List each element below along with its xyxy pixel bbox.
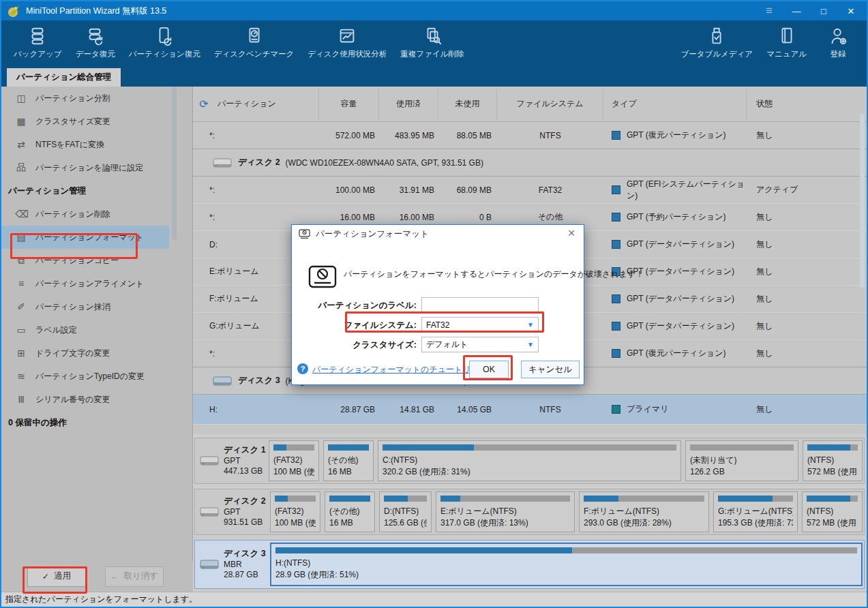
status-bar: 指定されたパーティションをフォーマットします。	[1, 592, 867, 607]
cancel-button[interactable]: キャンセル	[521, 361, 580, 378]
disk-benchmark-icon	[244, 25, 265, 48]
manual-icon	[777, 25, 797, 48]
table-row[interactable]: *: 100.00 MB 31.91 MB 68.09 MB FAT32 GPT…	[193, 177, 867, 204]
minimize-icon[interactable]: —	[785, 3, 808, 19]
disk2-block-fat32[interactable]: (FAT32)100 MB (使用	[270, 491, 320, 532]
file-system-select[interactable]: FAT32 ▼	[421, 317, 539, 333]
sidebar-item-set-label[interactable]: ▭ ラベル設定	[1, 318, 192, 341]
serial-icon: Ⅲ	[15, 394, 27, 405]
gpt-type-icon	[612, 294, 620, 303]
ok-button[interactable]: OK	[469, 361, 509, 378]
disk-icon	[199, 453, 220, 469]
disk-separator-row[interactable]: ディスク 2 (WDC WD10EZEX-08WN4A0 SATA, GPT, …	[193, 149, 867, 177]
format-drive-icon: ▤	[15, 232, 27, 243]
table-scrollbar[interactable]	[860, 114, 865, 288]
toolbar-backup-button[interactable]: バックアップ	[7, 23, 69, 61]
disk2-label: ディスク 2GPT931.51 GB	[195, 489, 269, 534]
dialog-close-icon[interactable]: ✕	[565, 228, 578, 240]
bootable-media-icon	[706, 25, 727, 48]
format-warning-text: パーティションをフォーマットするとパーティションのデータが破壊されます！	[344, 269, 582, 280]
toolbar-manual-button[interactable]: マニュアル	[760, 23, 813, 61]
refresh-icon[interactable]: ⟳	[197, 97, 211, 110]
maximize-icon[interactable]: □	[812, 3, 835, 19]
toolbar-disk-usage-button[interactable]: ディスク使用状況分析	[301, 23, 393, 61]
chevron-down-icon: ▼	[527, 321, 534, 329]
sidebar-scrollbar[interactable]	[172, 87, 177, 240]
sidebar: ◫ パーティション分割 ▦ クラスタサイズ変更 ⇄ NTFSをFATに変換 品 …	[1, 87, 193, 592]
format-warning-icon	[307, 262, 338, 292]
disk2-block-other[interactable]: (その他)16 MB	[325, 491, 375, 532]
partition-recovery-icon	[154, 25, 175, 48]
convert-icon: ⇄	[15, 139, 27, 150]
disk1-block-ntfs[interactable]: (NTFS)572 MB (使用	[803, 440, 863, 481]
disk1-block-c[interactable]: C:(NTFS)320.2 GB (使用済: 31%)	[378, 440, 681, 481]
wipe-icon: ✐	[15, 301, 27, 312]
sidebar-group-partition-management: パーティション管理	[1, 179, 192, 202]
cluster-size-select[interactable]: デフォルト ▼	[421, 337, 539, 352]
sidebar-item-wipe-partition[interactable]: ✐ パーティション抹消	[1, 295, 192, 318]
disk3-block-h-selected[interactable]: H:(NTFS)28.9 GB (使用済: 51%)	[270, 543, 863, 586]
menu-icon[interactable]: ≡	[758, 3, 781, 19]
toolbar-duplicate-file-button[interactable]: 重複ファイル削除	[393, 23, 470, 61]
toolbar-register-button[interactable]: 登録	[813, 23, 863, 61]
toolbar-disk-benchmark-button[interactable]: ディスクベンチマーク	[207, 23, 301, 61]
disk1-label: ディスク 1GPT447.13 GB	[195, 438, 267, 483]
align-icon: ≡	[15, 278, 27, 289]
col-status: 状態	[747, 89, 867, 120]
dialog-title-bar[interactable]: パーティションフォーマット	[292, 225, 584, 243]
disk1-map-row: ディスク 1GPT447.13 GB (FAT32)100 MB (使用 (その…	[194, 438, 865, 484]
close-icon[interactable]: ✕	[839, 3, 863, 19]
undo-button[interactable]: ← 取り消す	[105, 566, 164, 587]
disk2-block-g[interactable]: G:ボリューム(NTFS)195.3 GB (使用済: 73%)	[713, 491, 798, 532]
tutorial-link[interactable]: パーティションフォーマットのチュートリアル	[312, 364, 488, 376]
col-capacity: 容量	[319, 89, 379, 120]
sidebar-item-change-drive-letter[interactable]: ⊞ ドライブ文字の変更	[1, 341, 192, 365]
gpt-type-icon	[612, 185, 620, 194]
sidebar-item-change-cluster-size[interactable]: ▦ クラスタサイズ変更	[1, 110, 192, 133]
backup-icon	[27, 25, 48, 48]
disk2-block-ntfs[interactable]: (NTFS)572 MB (使用	[802, 491, 863, 532]
disk1-block-fat32[interactable]: (FAT32)100 MB (使用	[269, 440, 319, 481]
partition-label-input[interactable]	[421, 297, 539, 313]
table-row-selected[interactable]: H: 28.87 GB 14.81 GB 14.05 GB NTFS プライマリ…	[193, 395, 867, 425]
sidebar-item-convert-ntfs-fat[interactable]: ⇄ NTFSをFATに変換	[1, 133, 192, 156]
usb-disk-icon	[199, 556, 220, 573]
disk1-block-other[interactable]: (その他)16 MB	[323, 440, 374, 481]
disk2-map-row: ディスク 2GPT931.51 GB (FAT32)100 MB (使用 (その…	[194, 489, 865, 535]
trash-icon: ⌫	[15, 209, 27, 219]
chevron-down-icon: ▼	[527, 341, 534, 348]
primary-type-icon	[612, 405, 620, 414]
pending-operations-label: 0 保留中の操作	[1, 411, 192, 434]
gpt-type-icon	[612, 213, 620, 222]
toolbar-bootable-media-button[interactable]: ブータブルメディア	[674, 23, 760, 61]
disk3-label: ディスク 3MBR28.87 GB	[195, 541, 269, 588]
disk2-block-f[interactable]: F:ボリューム(NTFS)293.0 GB (使用済: 28%)	[579, 491, 709, 532]
duplicate-file-icon	[422, 25, 443, 48]
toolbar-data-recovery-button[interactable]: データ復元	[69, 23, 122, 61]
sidebar-item-change-typeid[interactable]: ≋ パーティションTypeIDの変更	[1, 365, 192, 388]
sidebar-item-align-partition[interactable]: ≡ パーティションアライメント	[1, 272, 192, 295]
apply-button[interactable]: ✓ 適用	[27, 566, 86, 587]
disk2-block-e[interactable]: E:ボリューム(NTFS)317.0 GB (使用済: 13%)	[436, 491, 575, 532]
register-icon	[828, 25, 848, 48]
sidebar-item-split-partition[interactable]: ◫ パーティション分割	[1, 87, 192, 110]
disk2-block-d[interactable]: D:(NTFS)125.6 GB (使用	[379, 491, 432, 532]
gpt-type-icon	[612, 322, 620, 331]
sidebar-item-change-serial[interactable]: Ⅲ シリアル番号の変更	[1, 388, 192, 411]
toolbar-partition-recovery-button[interactable]: パーティション復元	[122, 23, 207, 61]
table-row[interactable]: *: 572.00 MB 483.95 MB 88.05 MB NTFS GPT…	[193, 122, 867, 149]
col-partition: パーティション	[218, 98, 276, 110]
format-partition-dialog: パーティションフォーマット ✕ パーティションをフォーマットするとパーティション…	[291, 224, 584, 385]
disk1-block-unallocated[interactable]: (未割り当て)126.2 GB	[685, 440, 798, 481]
gpt-type-icon	[612, 349, 620, 358]
sidebar-item-set-logical[interactable]: 品 パーティションを論理に設定	[1, 156, 192, 179]
pending-actions-area: ✓ 適用 ← 取り消す	[1, 561, 193, 592]
dialog-title: パーティションフォーマット	[316, 228, 429, 240]
undo-arrow-icon: ←	[110, 572, 119, 581]
tab-partition-management[interactable]: パーティション総合管理	[7, 68, 121, 87]
sidebar-item-delete-partition[interactable]: ⌫ パーティション削除	[1, 202, 192, 226]
usb-disk-icon	[212, 374, 233, 389]
sidebar-item-format-partition[interactable]: ▤ パーティションフォーマット	[1, 226, 169, 249]
data-recovery-icon	[85, 25, 106, 48]
sidebar-item-copy-partition[interactable]: ⧉ パーティションコピー	[1, 249, 192, 272]
